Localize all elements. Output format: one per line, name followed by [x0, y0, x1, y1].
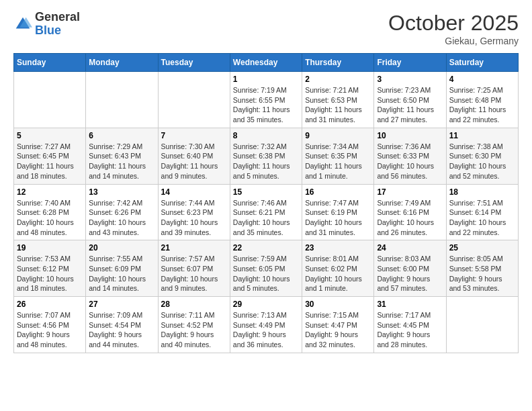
day-number: 3 [377, 75, 443, 84]
day-info: Sunrise: 8:05 AM Sunset: 5:58 PM Dayligh… [449, 254, 515, 293]
day-cell: 23Sunrise: 8:01 AM Sunset: 6:02 PM Dayli… [302, 240, 374, 297]
day-info: Sunrise: 7:07 AM Sunset: 4:56 PM Dayligh… [17, 310, 83, 350]
day-number: 14 [161, 187, 227, 197]
title-block: October 2025 Giekau, Germany [388, 11, 519, 46]
header: General Blue October 2025 Giekau, German… [13, 11, 519, 46]
day-cell: 4Sunrise: 7:25 AM Sunset: 6:48 PM Daylig… [446, 72, 518, 128]
week-row-2: 5Sunrise: 7:27 AM Sunset: 6:45 PM Daylig… [14, 128, 519, 184]
day-cell: 12Sunrise: 7:40 AM Sunset: 6:28 PM Dayli… [14, 184, 86, 240]
weekday-header-sunday: Sunday [14, 54, 86, 72]
day-cell: 24Sunrise: 8:03 AM Sunset: 6:00 PM Dayli… [374, 240, 446, 297]
day-number: 18 [449, 187, 515, 197]
day-number: 13 [89, 187, 154, 197]
day-info: Sunrise: 7:49 AM Sunset: 6:16 PM Dayligh… [377, 198, 443, 238]
calendar: SundayMondayTuesdayWednesdayThursdayFrid… [13, 53, 519, 353]
day-info: Sunrise: 7:42 AM Sunset: 6:26 PM Dayligh… [89, 198, 154, 238]
day-number: 25 [449, 243, 515, 253]
day-info: Sunrise: 7:15 AM Sunset: 4:47 PM Dayligh… [305, 310, 371, 350]
day-number: 11 [449, 131, 515, 140]
day-cell: 16Sunrise: 7:47 AM Sunset: 6:19 PM Dayli… [302, 184, 374, 240]
weekday-header-row: SundayMondayTuesdayWednesdayThursdayFrid… [14, 54, 519, 72]
day-cell: 19Sunrise: 7:53 AM Sunset: 6:12 PM Dayli… [14, 240, 86, 297]
day-cell: 11Sunrise: 7:38 AM Sunset: 6:30 PM Dayli… [446, 128, 518, 184]
day-cell: 18Sunrise: 7:51 AM Sunset: 6:14 PM Dayli… [446, 184, 518, 240]
day-number: 16 [305, 187, 371, 197]
day-cell: 6Sunrise: 7:29 AM Sunset: 6:43 PM Daylig… [86, 128, 158, 184]
day-info: Sunrise: 7:57 AM Sunset: 6:07 PM Dayligh… [161, 254, 227, 293]
day-cell: 28Sunrise: 7:11 AM Sunset: 4:52 PM Dayli… [158, 297, 230, 353]
day-info: Sunrise: 7:19 AM Sunset: 6:55 PM Dayligh… [233, 85, 299, 125]
day-cell: 31Sunrise: 7:17 AM Sunset: 4:45 PM Dayli… [374, 297, 446, 353]
weekday-header-saturday: Saturday [446, 54, 518, 72]
logo-text: General Blue [35, 11, 80, 38]
day-number: 29 [233, 300, 299, 309]
day-number: 9 [305, 131, 371, 140]
weekday-header-thursday: Thursday [302, 54, 374, 72]
day-number: 28 [161, 300, 227, 309]
week-row-4: 19Sunrise: 7:53 AM Sunset: 6:12 PM Dayli… [14, 240, 519, 297]
day-number: 5 [17, 131, 83, 140]
day-number: 30 [305, 300, 371, 309]
day-info: Sunrise: 7:38 AM Sunset: 6:30 PM Dayligh… [449, 142, 515, 181]
day-number: 7 [161, 131, 227, 140]
day-info: Sunrise: 7:23 AM Sunset: 6:50 PM Dayligh… [377, 85, 443, 125]
day-info: Sunrise: 7:53 AM Sunset: 6:12 PM Dayligh… [17, 254, 83, 293]
day-number: 10 [377, 131, 443, 140]
day-info: Sunrise: 7:25 AM Sunset: 6:48 PM Dayligh… [449, 85, 515, 125]
day-info: Sunrise: 7:44 AM Sunset: 6:23 PM Dayligh… [161, 198, 227, 238]
weekday-header-friday: Friday [374, 54, 446, 72]
day-cell: 29Sunrise: 7:13 AM Sunset: 4:49 PM Dayli… [230, 297, 302, 353]
day-info: Sunrise: 7:55 AM Sunset: 6:09 PM Dayligh… [89, 254, 154, 293]
day-info: Sunrise: 7:34 AM Sunset: 6:35 PM Dayligh… [305, 142, 371, 181]
day-cell: 26Sunrise: 7:07 AM Sunset: 4:56 PM Dayli… [14, 297, 86, 353]
day-info: Sunrise: 7:11 AM Sunset: 4:52 PM Dayligh… [161, 310, 227, 350]
day-info: Sunrise: 7:17 AM Sunset: 4:45 PM Dayligh… [377, 310, 443, 350]
day-cell: 13Sunrise: 7:42 AM Sunset: 6:26 PM Dayli… [86, 184, 158, 240]
weekday-header-monday: Monday [86, 54, 158, 72]
week-row-1: 1Sunrise: 7:19 AM Sunset: 6:55 PM Daylig… [14, 72, 519, 128]
day-cell: 27Sunrise: 7:09 AM Sunset: 4:54 PM Dayli… [86, 297, 158, 353]
day-info: Sunrise: 7:46 AM Sunset: 6:21 PM Dayligh… [233, 198, 299, 238]
month-title: October 2025 [388, 11, 519, 36]
day-cell [446, 297, 518, 353]
day-number: 4 [449, 75, 515, 84]
day-info: Sunrise: 7:36 AM Sunset: 6:33 PM Dayligh… [377, 142, 443, 181]
location: Giekau, Germany [388, 36, 519, 46]
day-number: 23 [305, 243, 371, 253]
day-number: 22 [233, 243, 299, 253]
day-info: Sunrise: 7:47 AM Sunset: 6:19 PM Dayligh… [305, 198, 371, 238]
day-number: 15 [233, 187, 299, 197]
day-number: 31 [377, 300, 443, 309]
day-number: 20 [89, 243, 154, 253]
day-cell [14, 72, 86, 128]
day-cell: 15Sunrise: 7:46 AM Sunset: 6:21 PM Dayli… [230, 184, 302, 240]
day-cell [86, 72, 158, 128]
day-cell: 7Sunrise: 7:30 AM Sunset: 6:40 PM Daylig… [158, 128, 230, 184]
day-number: 17 [377, 187, 443, 197]
day-info: Sunrise: 7:40 AM Sunset: 6:28 PM Dayligh… [17, 198, 83, 238]
day-cell: 1Sunrise: 7:19 AM Sunset: 6:55 PM Daylig… [230, 72, 302, 128]
weekday-header-tuesday: Tuesday [158, 54, 230, 72]
day-number: 1 [233, 75, 299, 84]
day-cell: 14Sunrise: 7:44 AM Sunset: 6:23 PM Dayli… [158, 184, 230, 240]
day-number: 26 [17, 300, 83, 309]
day-number: 21 [161, 243, 227, 253]
day-cell: 25Sunrise: 8:05 AM Sunset: 5:58 PM Dayli… [446, 240, 518, 297]
day-info: Sunrise: 7:29 AM Sunset: 6:43 PM Dayligh… [89, 142, 154, 181]
day-number: 8 [233, 131, 299, 140]
day-cell: 21Sunrise: 7:57 AM Sunset: 6:07 PM Dayli… [158, 240, 230, 297]
page: General Blue October 2025 Giekau, German… [0, 0, 532, 360]
week-row-5: 26Sunrise: 7:07 AM Sunset: 4:56 PM Dayli… [14, 297, 519, 353]
day-number: 6 [89, 131, 154, 140]
day-info: Sunrise: 8:03 AM Sunset: 6:00 PM Dayligh… [377, 254, 443, 293]
day-number: 12 [17, 187, 83, 197]
day-cell: 10Sunrise: 7:36 AM Sunset: 6:33 PM Dayli… [374, 128, 446, 184]
day-info: Sunrise: 7:59 AM Sunset: 6:05 PM Dayligh… [233, 254, 299, 293]
day-cell: 3Sunrise: 7:23 AM Sunset: 6:50 PM Daylig… [374, 72, 446, 128]
day-info: Sunrise: 7:32 AM Sunset: 6:38 PM Dayligh… [233, 142, 299, 181]
logo-icon [13, 15, 32, 34]
day-info: Sunrise: 7:09 AM Sunset: 4:54 PM Dayligh… [89, 310, 154, 350]
day-cell: 20Sunrise: 7:55 AM Sunset: 6:09 PM Dayli… [86, 240, 158, 297]
day-cell: 17Sunrise: 7:49 AM Sunset: 6:16 PM Dayli… [374, 184, 446, 240]
day-info: Sunrise: 7:30 AM Sunset: 6:40 PM Dayligh… [161, 142, 227, 181]
